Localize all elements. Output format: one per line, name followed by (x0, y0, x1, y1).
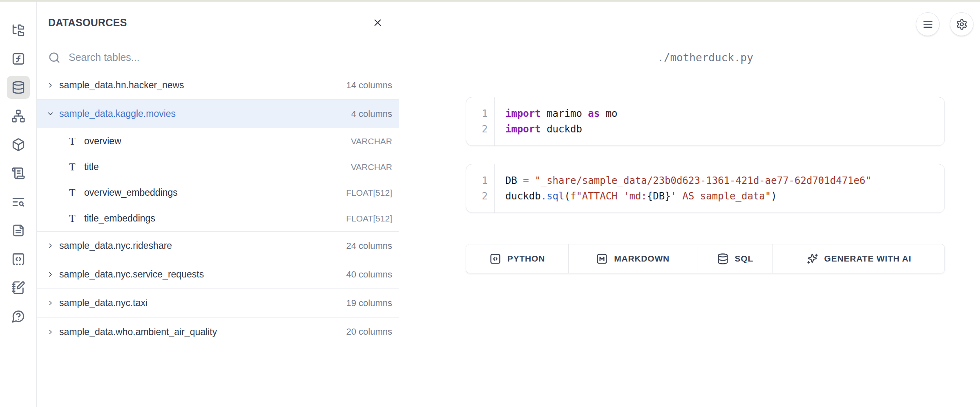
column-name: overview (84, 136, 121, 147)
panel-header: DATASOURCES (37, 2, 399, 44)
table-group: sample_data.kaggle.movies 4 columns T ov… (37, 100, 399, 232)
table-name: sample_data.hn.hacker_news (59, 80, 184, 91)
rail-logs-button[interactable] (7, 162, 30, 185)
activity-bar (0, 2, 37, 407)
code-token: import (505, 108, 541, 119)
add-sql-cell-button[interactable]: SQL (697, 244, 773, 273)
chevron-right-icon (47, 242, 54, 250)
app-window: DATASOURCES sample_data.hn.hacker_news 1… (0, 0, 980, 407)
column-row-title-embeddings[interactable]: T title_embeddings FLOAT[512] (37, 206, 399, 231)
code-token: sql (547, 190, 564, 202)
header-actions (916, 12, 973, 36)
column-type: VARCHAR (351, 136, 392, 146)
search-row (37, 44, 399, 71)
table-row-kaggle-movies[interactable]: sample_data.kaggle.movies 4 columns (37, 100, 399, 128)
notebook-menu-button[interactable] (916, 12, 940, 36)
column-row-title[interactable]: T title VARCHAR (37, 154, 399, 180)
table-column-count: 20 columns (346, 326, 392, 337)
table-column-count: 24 columns (346, 241, 392, 251)
settings-button[interactable] (950, 12, 973, 36)
column-name: title (84, 161, 99, 172)
column-row-overview-embeddings[interactable]: T overview_embeddings FLOAT[512] (37, 180, 399, 206)
chevron-right-icon (47, 271, 54, 278)
close-icon (372, 17, 383, 28)
column-row-overview[interactable]: T overview VARCHAR (37, 128, 399, 154)
code-token: ( (565, 190, 570, 202)
code-token: import (505, 123, 541, 135)
table-group: sample_data.nyc.service_requests 40 colu… (37, 260, 399, 289)
line-number: 2 (466, 188, 488, 204)
table-row-taxi[interactable]: sample_data.nyc.taxi 19 columns (37, 289, 399, 318)
table-column-count: 14 columns (346, 80, 392, 91)
search-tables-input[interactable] (69, 51, 387, 63)
line-number-gutter: 1 2 (466, 164, 495, 212)
code-cell-2: 1 2 DB = "_share/sample_data/23b0d623-13… (466, 164, 945, 213)
line-number: 1 (466, 173, 488, 188)
column-type: FLOAT[512] (346, 188, 392, 198)
code-token: marimo (541, 108, 588, 119)
rail-tracebacks-button[interactable] (7, 190, 30, 213)
markdown-square-icon (596, 253, 608, 265)
square-dashed-code-icon (11, 252, 25, 266)
database-icon (11, 81, 25, 94)
rail-datasources-button[interactable] (7, 76, 30, 99)
generate-with-ai-button[interactable]: GENERATE WITH AI (773, 244, 944, 273)
sparkles-icon (806, 253, 818, 265)
code-token: "_share/sample_data/23b0d623-1361-421d-a… (535, 175, 871, 186)
notebook-pen-icon (11, 281, 25, 295)
database-icon (717, 253, 729, 265)
code-editor[interactable]: DB = "_share/sample_data/23b0d623-1361-4… (495, 164, 944, 212)
table-name: sample_data.nyc.taxi (59, 297, 147, 309)
table-row-ambient-air-quality[interactable]: sample_data.who.ambient_air_quality 20 c… (37, 318, 399, 346)
table-row-service-requests[interactable]: sample_data.nyc.service_requests 40 colu… (37, 260, 399, 289)
table-name: sample_data.kaggle.movies (59, 108, 176, 119)
tables-list: sample_data.hn.hacker_news 14 columns sa… (37, 71, 399, 346)
button-label: PYTHON (507, 254, 545, 264)
button-label: GENERATE WITH AI (824, 254, 911, 264)
box-icon (11, 138, 25, 152)
chevron-down-icon (47, 110, 54, 118)
rail-packages-button[interactable] (7, 133, 30, 156)
table-name: sample_data.nyc.rideshare (59, 240, 172, 251)
type-text-icon: T (67, 213, 77, 224)
table-group: sample_data.who.ambient_air_quality 20 c… (37, 318, 399, 346)
rail-file-explorer-button[interactable] (7, 19, 30, 42)
rail-snippets-button[interactable] (7, 248, 30, 271)
code-line: import marimo as mo (505, 106, 936, 121)
help-bubble-icon (11, 309, 25, 323)
rail-help-button[interactable] (7, 305, 30, 328)
notebook-filename[interactable]: ./motherduck.py (466, 2, 945, 64)
code-token: = (523, 175, 529, 186)
type-text-icon: T (67, 161, 77, 173)
document-icon (11, 224, 25, 237)
table-group: sample_data.hn.hacker_news 14 columns (37, 71, 399, 100)
add-markdown-cell-button[interactable]: MARKDOWN (569, 244, 697, 273)
menu-icon (922, 18, 934, 30)
code-token: . (541, 190, 547, 202)
table-name: sample_data.nyc.service_requests (59, 269, 204, 280)
code-editor[interactable]: import marimo as mo import duckdb (495, 97, 944, 145)
code-token: duckdb (541, 123, 582, 135)
code-token: ) (771, 190, 777, 202)
code-token: mo (600, 108, 617, 119)
network-icon (11, 109, 25, 123)
add-cell-bar: PYTHON MARKDOWN SQL GENERATE WITH AI (466, 244, 945, 273)
code-cell-1: 1 2 import marimo as mo import duckdb (466, 97, 945, 146)
button-label: MARKDOWN (614, 254, 670, 264)
column-name: overview_embeddings (84, 187, 178, 198)
table-column-count: 40 columns (346, 269, 392, 280)
table-row-rideshare[interactable]: sample_data.nyc.rideshare 24 columns (37, 232, 399, 260)
add-python-cell-button[interactable]: PYTHON (466, 244, 569, 273)
close-panel-button[interactable] (368, 14, 386, 32)
code-token: {DB} (647, 190, 671, 202)
rail-dependencies-button[interactable] (7, 105, 30, 127)
rail-documentation-button[interactable] (7, 219, 30, 242)
rail-variables-button[interactable] (7, 47, 30, 70)
code-token (529, 175, 535, 186)
line-number: 2 (466, 121, 488, 137)
rail-scratchpad-button[interactable] (7, 276, 30, 299)
table-column-count: 4 columns (351, 109, 392, 119)
code-line: duckdb.sql(f"ATTACH 'md:{DB}' AS sample_… (505, 188, 936, 204)
table-name: sample_data.who.ambient_air_quality (59, 326, 217, 338)
table-row-hacker-news[interactable]: sample_data.hn.hacker_news 14 columns (37, 71, 399, 100)
